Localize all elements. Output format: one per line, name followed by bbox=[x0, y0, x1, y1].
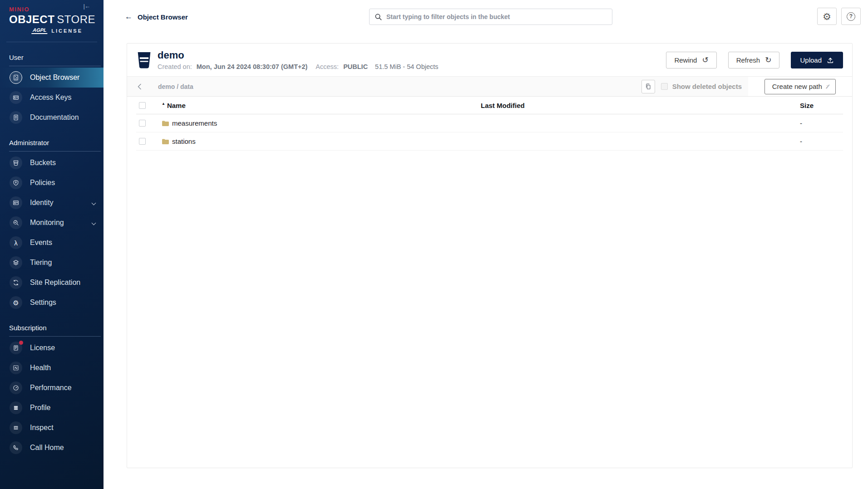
bucket-header: demo Created on: Mon, Jun 24 2024 08:30:… bbox=[127, 44, 852, 76]
objects-table: ▲ Name Last Modified Size measurements - bbox=[127, 97, 852, 151]
license-document-icon bbox=[10, 342, 22, 354]
chevron-down-icon[interactable] bbox=[92, 200, 96, 205]
settings-button[interactable]: ⚙ bbox=[817, 8, 837, 25]
table-row[interactable]: measurements - bbox=[136, 114, 843, 132]
performance-gauge-icon bbox=[10, 381, 22, 394]
section-divider bbox=[9, 151, 101, 152]
bucket-browser-card: demo Created on: Mon, Jun 24 2024 08:30:… bbox=[127, 43, 853, 468]
call-home-phone-icon bbox=[10, 441, 22, 454]
created-value: Mon, Jun 24 2024 08:30:07 (GMT+2) bbox=[197, 63, 308, 70]
search-icon bbox=[375, 13, 382, 21]
table-header-row: ▲ Name Last Modified Size bbox=[136, 97, 843, 114]
object-name: measurements bbox=[172, 119, 217, 127]
row-checkbox[interactable] bbox=[139, 138, 146, 145]
sidebar-item-label: Call Home bbox=[30, 444, 64, 452]
breadcrumb-bar: demo / data Show deleted objects bbox=[127, 77, 748, 96]
bucket-size-summary: 51.5 MiB - 54 Objects bbox=[375, 63, 438, 70]
refresh-button[interactable]: Refresh ↻ bbox=[728, 52, 780, 68]
create-new-path-button[interactable]: Create new path :∕∕ bbox=[764, 79, 836, 94]
sidebar-item-object-browser[interactable]: Object Browser bbox=[0, 68, 104, 88]
sidebar-item-inspect[interactable]: Inspect bbox=[0, 418, 104, 438]
breadcrumb[interactable]: demo / data bbox=[158, 83, 193, 90]
sidebar-item-policies[interactable]: Policies bbox=[0, 173, 104, 193]
copy-icon bbox=[645, 83, 651, 90]
license-row: AGPL LICENSE bbox=[9, 27, 104, 34]
page-title: Object Browser bbox=[138, 13, 188, 21]
path-toolbar: demo / data Show deleted objects Create … bbox=[127, 76, 852, 97]
column-header-last-modified[interactable]: Last Modified bbox=[481, 102, 800, 109]
table-row[interactable]: stations - bbox=[136, 132, 843, 151]
license-label: LICENSE bbox=[51, 28, 83, 34]
path-back-button[interactable] bbox=[127, 77, 153, 96]
create-path-zone: Create new path :∕∕ bbox=[748, 77, 852, 96]
sidebar-item-performance[interactable]: Performance bbox=[0, 378, 104, 398]
column-header-name[interactable]: ▲ Name bbox=[162, 102, 481, 109]
copy-path-button[interactable] bbox=[641, 80, 655, 93]
sidebar-item-settings[interactable]: ⚙ Settings bbox=[0, 293, 104, 313]
column-header-size[interactable]: Size bbox=[800, 102, 843, 109]
help-button[interactable]: ? bbox=[841, 8, 861, 25]
sidebar-item-site-replication[interactable]: Site Replication bbox=[0, 273, 104, 293]
sidebar-item-label: Access Keys bbox=[30, 93, 72, 102]
gear-icon: ⚙ bbox=[823, 12, 831, 21]
upload-icon bbox=[827, 57, 834, 64]
policies-shield-icon bbox=[10, 176, 22, 189]
sidebar-item-label: Buckets bbox=[30, 159, 56, 167]
sidebar-section-administrator: Administrator bbox=[9, 139, 104, 147]
show-deleted-checkbox[interactable] bbox=[661, 83, 668, 90]
sidebar-item-label: License bbox=[30, 344, 55, 352]
sidebar-item-label: Tiering bbox=[30, 259, 52, 267]
search-input[interactable] bbox=[386, 13, 607, 20]
section-divider bbox=[9, 66, 101, 66]
object-size: - bbox=[800, 119, 843, 127]
chevron-down-icon[interactable] bbox=[92, 220, 96, 225]
sidebar-item-license[interactable]: License bbox=[0, 338, 104, 358]
documentation-icon bbox=[10, 111, 22, 124]
sidebar-item-identity[interactable]: Identity bbox=[0, 193, 104, 213]
sidebar-item-label: Object Browser bbox=[30, 73, 79, 82]
monitoring-magnifier-icon bbox=[10, 216, 22, 229]
sidebar-item-label: Documentation bbox=[30, 113, 79, 122]
sidebar-item-buckets[interactable]: Buckets bbox=[0, 153, 104, 173]
sidebar-item-monitoring[interactable]: Monitoring bbox=[0, 213, 104, 233]
sidebar-item-documentation[interactable]: Documentation bbox=[0, 108, 104, 127]
license-notification-dot bbox=[19, 341, 23, 345]
back-arrow-icon: ← bbox=[125, 12, 133, 21]
product-name: OBJECTSTORE bbox=[9, 13, 104, 26]
logo-divider bbox=[6, 42, 97, 42]
sidebar-item-label: Profile bbox=[30, 404, 50, 412]
access-keys-icon bbox=[10, 91, 22, 104]
sidebar-item-tiering[interactable]: Tiering bbox=[0, 253, 104, 273]
sidebar-collapse-icon[interactable]: |← bbox=[84, 3, 90, 10]
refresh-icon: ↻ bbox=[765, 56, 771, 64]
sidebar-item-profile[interactable]: Profile bbox=[0, 398, 104, 418]
sidebar-item-access-keys[interactable]: Access Keys bbox=[0, 88, 104, 108]
sidebar-item-call-home[interactable]: Call Home bbox=[0, 438, 104, 458]
row-checkbox[interactable] bbox=[139, 120, 146, 127]
sidebar-item-label: Performance bbox=[30, 384, 72, 392]
sidebar-item-label: Policies bbox=[30, 179, 55, 187]
object-browser-icon bbox=[10, 71, 22, 84]
access-label: Access: bbox=[316, 63, 339, 70]
events-lambda-icon: λ bbox=[10, 236, 22, 249]
page-back-nav[interactable]: ← Object Browser bbox=[125, 12, 188, 21]
bucket-title-block: demo Created on: Mon, Jun 24 2024 08:30:… bbox=[158, 50, 439, 70]
chevron-left-icon bbox=[136, 83, 144, 91]
help-icon: ? bbox=[847, 12, 855, 21]
settings-gear-icon: ⚙ bbox=[10, 296, 22, 309]
sidebar-item-health[interactable]: Health bbox=[0, 358, 104, 378]
upload-button[interactable]: Upload bbox=[791, 52, 843, 68]
identity-card-icon bbox=[10, 196, 22, 209]
object-filter-search[interactable] bbox=[369, 9, 612, 25]
sidebar-item-events[interactable]: λ Events bbox=[0, 233, 104, 253]
sidebar: |← MINIO OBJECTSTORE AGPL LICENSE User O… bbox=[0, 0, 104, 489]
folder-icon bbox=[162, 138, 169, 145]
topbar: ← Object Browser ⚙ ? bbox=[104, 0, 868, 34]
object-name: stations bbox=[172, 137, 196, 145]
select-all-checkbox[interactable] bbox=[139, 102, 146, 109]
object-size: - bbox=[800, 137, 843, 145]
rewind-button[interactable]: Rewind ↺ bbox=[666, 52, 716, 68]
sidebar-item-label: Settings bbox=[30, 298, 56, 307]
sidebar-item-label: Identity bbox=[30, 199, 54, 207]
sidebar-item-label: Events bbox=[30, 239, 52, 247]
